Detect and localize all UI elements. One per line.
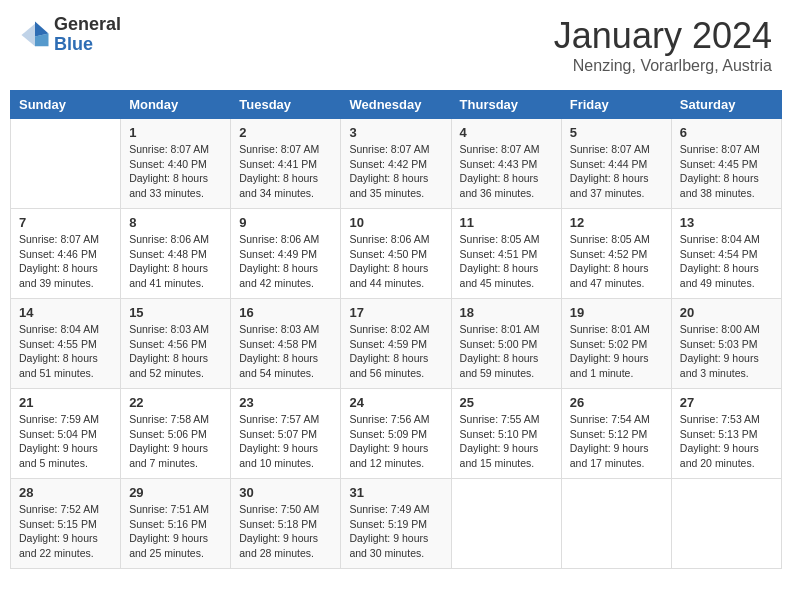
day-detail: Sunrise: 8:02 AMSunset: 4:59 PMDaylight:… xyxy=(349,322,442,381)
day-number: 6 xyxy=(680,125,773,140)
day-detail: Sunrise: 8:00 AMSunset: 5:03 PMDaylight:… xyxy=(680,322,773,381)
day-detail: Sunrise: 8:04 AMSunset: 4:54 PMDaylight:… xyxy=(680,232,773,291)
week-row-0: 1Sunrise: 8:07 AMSunset: 4:40 PMDaylight… xyxy=(11,119,782,209)
day-cell: 5Sunrise: 8:07 AMSunset: 4:44 PMDaylight… xyxy=(561,119,671,209)
day-cell: 26Sunrise: 7:54 AMSunset: 5:12 PMDayligh… xyxy=(561,389,671,479)
day-cell: 15Sunrise: 8:03 AMSunset: 4:56 PMDayligh… xyxy=(121,299,231,389)
location: Nenzing, Vorarlberg, Austria xyxy=(554,57,772,75)
day-detail: Sunrise: 7:53 AMSunset: 5:13 PMDaylight:… xyxy=(680,412,773,471)
day-detail: Sunrise: 8:05 AMSunset: 4:51 PMDaylight:… xyxy=(460,232,553,291)
day-number: 7 xyxy=(19,215,112,230)
header-cell-wednesday: Wednesday xyxy=(341,91,451,119)
day-cell xyxy=(451,479,561,569)
day-cell: 20Sunrise: 8:00 AMSunset: 5:03 PMDayligh… xyxy=(671,299,781,389)
day-number: 26 xyxy=(570,395,663,410)
header-cell-thursday: Thursday xyxy=(451,91,561,119)
day-cell xyxy=(561,479,671,569)
week-row-1: 7Sunrise: 8:07 AMSunset: 4:46 PMDaylight… xyxy=(11,209,782,299)
day-cell: 8Sunrise: 8:06 AMSunset: 4:48 PMDaylight… xyxy=(121,209,231,299)
month-title: January 2024 xyxy=(554,15,772,57)
day-detail: Sunrise: 8:05 AMSunset: 4:52 PMDaylight:… xyxy=(570,232,663,291)
day-detail: Sunrise: 8:07 AMSunset: 4:40 PMDaylight:… xyxy=(129,142,222,201)
day-detail: Sunrise: 7:59 AMSunset: 5:04 PMDaylight:… xyxy=(19,412,112,471)
day-number: 27 xyxy=(680,395,773,410)
day-number: 22 xyxy=(129,395,222,410)
day-cell: 16Sunrise: 8:03 AMSunset: 4:58 PMDayligh… xyxy=(231,299,341,389)
day-cell: 27Sunrise: 7:53 AMSunset: 5:13 PMDayligh… xyxy=(671,389,781,479)
logo-blue-text: Blue xyxy=(54,35,121,55)
day-number: 29 xyxy=(129,485,222,500)
day-detail: Sunrise: 8:07 AMSunset: 4:42 PMDaylight:… xyxy=(349,142,442,201)
day-number: 19 xyxy=(570,305,663,320)
day-cell: 9Sunrise: 8:06 AMSunset: 4:49 PMDaylight… xyxy=(231,209,341,299)
day-detail: Sunrise: 8:03 AMSunset: 4:56 PMDaylight:… xyxy=(129,322,222,381)
header-cell-sunday: Sunday xyxy=(11,91,121,119)
day-detail: Sunrise: 7:54 AMSunset: 5:12 PMDaylight:… xyxy=(570,412,663,471)
week-row-3: 21Sunrise: 7:59 AMSunset: 5:04 PMDayligh… xyxy=(11,389,782,479)
day-number: 23 xyxy=(239,395,332,410)
day-detail: Sunrise: 8:03 AMSunset: 4:58 PMDaylight:… xyxy=(239,322,332,381)
day-detail: Sunrise: 7:52 AMSunset: 5:15 PMDaylight:… xyxy=(19,502,112,561)
day-detail: Sunrise: 7:49 AMSunset: 5:19 PMDaylight:… xyxy=(349,502,442,561)
day-number: 16 xyxy=(239,305,332,320)
title-area: January 2024 Nenzing, Vorarlberg, Austri… xyxy=(554,15,772,75)
header-cell-tuesday: Tuesday xyxy=(231,91,341,119)
logo-general-text: General xyxy=(54,15,121,35)
day-detail: Sunrise: 7:57 AMSunset: 5:07 PMDaylight:… xyxy=(239,412,332,471)
logo-text: General Blue xyxy=(54,15,121,55)
day-detail: Sunrise: 8:01 AMSunset: 5:00 PMDaylight:… xyxy=(460,322,553,381)
day-detail: Sunrise: 7:56 AMSunset: 5:09 PMDaylight:… xyxy=(349,412,442,471)
header-cell-monday: Monday xyxy=(121,91,231,119)
calendar-header: SundayMondayTuesdayWednesdayThursdayFrid… xyxy=(11,91,782,119)
day-cell: 18Sunrise: 8:01 AMSunset: 5:00 PMDayligh… xyxy=(451,299,561,389)
day-cell: 1Sunrise: 8:07 AMSunset: 4:40 PMDaylight… xyxy=(121,119,231,209)
day-cell: 23Sunrise: 7:57 AMSunset: 5:07 PMDayligh… xyxy=(231,389,341,479)
day-detail: Sunrise: 7:51 AMSunset: 5:16 PMDaylight:… xyxy=(129,502,222,561)
day-number: 12 xyxy=(570,215,663,230)
day-number: 20 xyxy=(680,305,773,320)
day-number: 1 xyxy=(129,125,222,140)
calendar-body: 1Sunrise: 8:07 AMSunset: 4:40 PMDaylight… xyxy=(11,119,782,569)
day-number: 30 xyxy=(239,485,332,500)
day-number: 14 xyxy=(19,305,112,320)
week-row-4: 28Sunrise: 7:52 AMSunset: 5:15 PMDayligh… xyxy=(11,479,782,569)
day-detail: Sunrise: 8:01 AMSunset: 5:02 PMDaylight:… xyxy=(570,322,663,381)
calendar-table: SundayMondayTuesdayWednesdayThursdayFrid… xyxy=(10,90,782,569)
day-cell: 10Sunrise: 8:06 AMSunset: 4:50 PMDayligh… xyxy=(341,209,451,299)
day-number: 3 xyxy=(349,125,442,140)
day-number: 24 xyxy=(349,395,442,410)
day-detail: Sunrise: 8:04 AMSunset: 4:55 PMDaylight:… xyxy=(19,322,112,381)
day-number: 28 xyxy=(19,485,112,500)
day-cell: 17Sunrise: 8:02 AMSunset: 4:59 PMDayligh… xyxy=(341,299,451,389)
day-number: 11 xyxy=(460,215,553,230)
day-detail: Sunrise: 8:06 AMSunset: 4:48 PMDaylight:… xyxy=(129,232,222,291)
day-detail: Sunrise: 8:07 AMSunset: 4:43 PMDaylight:… xyxy=(460,142,553,201)
day-number: 10 xyxy=(349,215,442,230)
day-cell: 30Sunrise: 7:50 AMSunset: 5:18 PMDayligh… xyxy=(231,479,341,569)
day-cell: 22Sunrise: 7:58 AMSunset: 5:06 PMDayligh… xyxy=(121,389,231,479)
header-row: SundayMondayTuesdayWednesdayThursdayFrid… xyxy=(11,91,782,119)
day-cell xyxy=(671,479,781,569)
day-detail: Sunrise: 8:07 AMSunset: 4:46 PMDaylight:… xyxy=(19,232,112,291)
day-number: 25 xyxy=(460,395,553,410)
day-detail: Sunrise: 8:07 AMSunset: 4:44 PMDaylight:… xyxy=(570,142,663,201)
day-detail: Sunrise: 7:50 AMSunset: 5:18 PMDaylight:… xyxy=(239,502,332,561)
logo-icon xyxy=(20,20,50,50)
day-cell: 7Sunrise: 8:07 AMSunset: 4:46 PMDaylight… xyxy=(11,209,121,299)
header-cell-friday: Friday xyxy=(561,91,671,119)
day-cell: 29Sunrise: 7:51 AMSunset: 5:16 PMDayligh… xyxy=(121,479,231,569)
day-cell: 19Sunrise: 8:01 AMSunset: 5:02 PMDayligh… xyxy=(561,299,671,389)
day-cell: 13Sunrise: 8:04 AMSunset: 4:54 PMDayligh… xyxy=(671,209,781,299)
day-cell: 2Sunrise: 8:07 AMSunset: 4:41 PMDaylight… xyxy=(231,119,341,209)
day-cell: 3Sunrise: 8:07 AMSunset: 4:42 PMDaylight… xyxy=(341,119,451,209)
day-cell: 6Sunrise: 8:07 AMSunset: 4:45 PMDaylight… xyxy=(671,119,781,209)
day-cell: 24Sunrise: 7:56 AMSunset: 5:09 PMDayligh… xyxy=(341,389,451,479)
day-cell: 21Sunrise: 7:59 AMSunset: 5:04 PMDayligh… xyxy=(11,389,121,479)
day-detail: Sunrise: 7:55 AMSunset: 5:10 PMDaylight:… xyxy=(460,412,553,471)
day-detail: Sunrise: 8:06 AMSunset: 4:49 PMDaylight:… xyxy=(239,232,332,291)
day-cell xyxy=(11,119,121,209)
day-number: 17 xyxy=(349,305,442,320)
day-number: 31 xyxy=(349,485,442,500)
day-cell: 28Sunrise: 7:52 AMSunset: 5:15 PMDayligh… xyxy=(11,479,121,569)
day-cell: 11Sunrise: 8:05 AMSunset: 4:51 PMDayligh… xyxy=(451,209,561,299)
